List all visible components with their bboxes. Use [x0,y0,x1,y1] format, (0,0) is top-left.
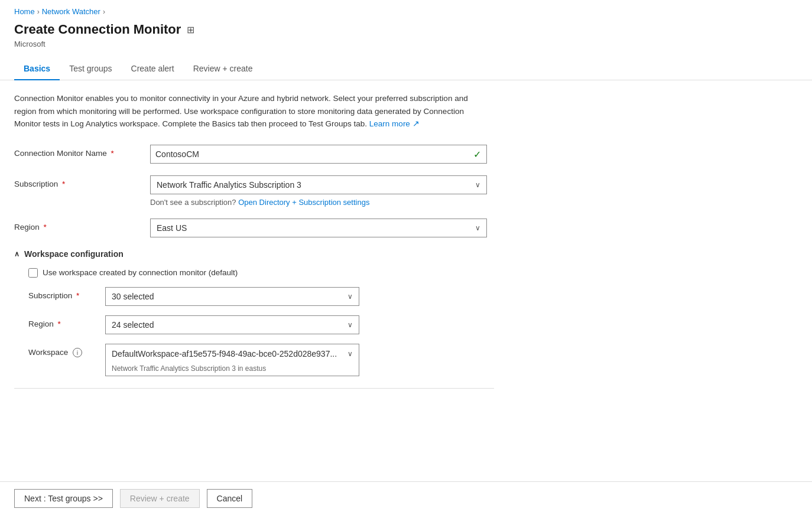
review-create-button[interactable]: Review + create [120,489,200,508]
description-text: Connection Monitor enables you to monito… [0,92,485,145]
workspace-checkbox[interactable] [28,268,38,278]
connection-monitor-name-input-wrap: ✓ [150,145,487,164]
subscription-row: Subscription * Network Traffic Analytics… [14,175,494,207]
region-label: Region * [14,219,150,232]
required-asterisk-region: * [44,223,47,232]
ws-subscription-label: Subscription * [28,287,105,300]
workspace-content: Use workspace created by connection moni… [14,268,494,376]
ws-workspace-sub: Network Traffic Analytics Subscription 3… [106,363,359,376]
subscription-label: Subscription * [14,175,150,188]
workspace-info-icon: i [73,348,82,357]
ws-subscription-control: 30 selected ∨ [105,287,359,306]
breadcrumb-sep1: › [37,8,40,16]
tab-basics[interactable]: Basics [14,58,60,80]
open-directory-link[interactable]: Open Directory + Subscription settings [238,198,369,207]
ws-sub-required: * [76,291,79,300]
ws-workspace-arrow: ∨ [347,350,353,358]
region-select[interactable]: East US ∨ [150,219,487,237]
page-header: Create Connection Monitor ⊞ [0,19,812,40]
breadcrumb-network-watcher[interactable]: Network Watcher [42,7,100,16]
tabs-container: Basics Test groups Create alert Review +… [0,58,812,80]
region-row: Region * East US ∨ [14,219,494,237]
next-test-groups-button[interactable]: Next : Test groups >> [14,489,113,508]
workspace-checkbox-row: Use workspace created by connection moni… [28,268,494,278]
required-asterisk: * [111,149,114,158]
breadcrumb-home[interactable]: Home [14,7,35,16]
ws-workspace-dropdown-top: DefaultWorkspace-af15e575-f948-49ac-bce0… [106,344,359,363]
ws-region-required: * [58,320,61,328]
validation-check-icon: ✓ [473,148,481,159]
ws-region-arrow: ∨ [347,321,353,329]
cancel-button[interactable]: Cancel [207,489,253,508]
connection-monitor-name-control: ✓ [150,145,487,164]
region-dropdown-arrow: ∨ [475,224,480,232]
ws-region-label: Region * [28,315,105,328]
tab-create-alert[interactable]: Create alert [122,58,184,80]
subscription-select[interactable]: Network Traffic Analytics Subscription 3… [150,175,487,194]
breadcrumb: Home › Network Watcher › [0,0,812,19]
footer: Next : Test groups >> Review + create Ca… [0,481,812,515]
workspace-collapsible-header[interactable]: ∧ Workspace configuration [14,249,494,259]
ws-region-row: Region * 24 selected ∨ [28,315,494,334]
region-control: East US ∨ [150,219,487,237]
ws-workspace-select[interactable]: DefaultWorkspace-af15e575-f948-49ac-bce0… [105,344,359,376]
ws-workspace-control: DefaultWorkspace-af15e575-f948-49ac-bce0… [105,344,359,376]
connection-monitor-name-label: Connection Monitor Name * [14,145,150,158]
form-section: Connection Monitor Name * ✓ Subscription… [0,145,508,389]
subscription-control: Network Traffic Analytics Subscription 3… [150,175,487,207]
subscription-dropdown-arrow: ∨ [475,181,480,189]
page-subtitle: Microsoft [0,40,812,58]
workspace-section-title: Workspace configuration [24,249,124,259]
ws-subscription-arrow: ∨ [347,292,353,301]
workspace-section: ∧ Workspace configuration Use workspace … [14,249,494,376]
tab-test-groups[interactable]: Test groups [60,58,121,80]
ws-workspace-row: Workspace i DefaultWorkspace-af15e575-f9… [28,344,494,376]
pin-icon[interactable]: ⊞ [187,24,194,35]
page-title: Create Connection Monitor [14,22,181,37]
subscription-hint: Don't see a subscription? Open Directory… [150,198,487,207]
ws-workspace-label: Workspace i [28,344,105,357]
collapse-icon: ∧ [14,250,20,258]
ws-subscription-select[interactable]: 30 selected ∨ [105,287,359,306]
external-link-icon: ↗ [413,119,420,128]
section-divider [14,388,494,389]
required-asterisk-sub: * [62,180,65,188]
breadcrumb-sep2: › [103,8,105,16]
ws-region-select[interactable]: 24 selected ∨ [105,315,359,334]
workspace-checkbox-label: Use workspace created by connection moni… [43,268,238,277]
tab-review-create[interactable]: Review + create [184,58,262,80]
connection-monitor-name-input[interactable] [150,145,487,164]
ws-subscription-row: Subscription * 30 selected ∨ [28,287,494,306]
ws-region-control: 24 selected ∨ [105,315,359,334]
connection-monitor-name-row: Connection Monitor Name * ✓ [14,145,494,164]
learn-more-link[interactable]: Learn more ↗ [369,119,420,128]
